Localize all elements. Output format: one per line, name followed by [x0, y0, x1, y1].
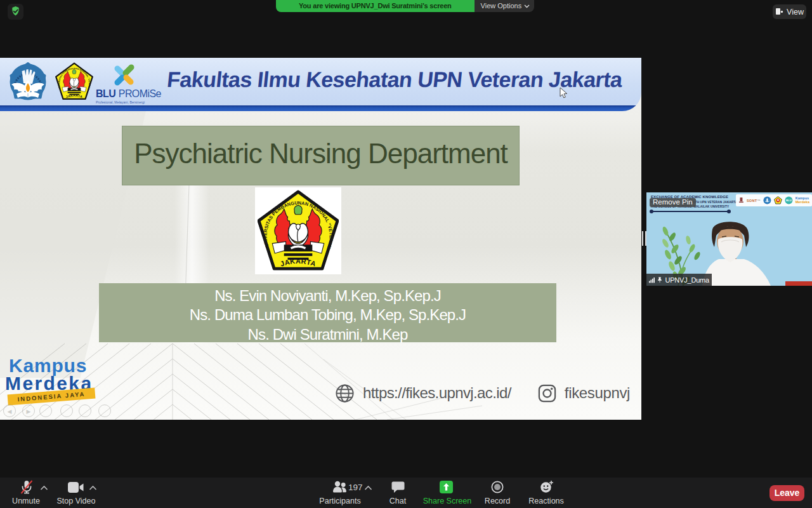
svg-text:BLU: BLU	[786, 199, 792, 202]
